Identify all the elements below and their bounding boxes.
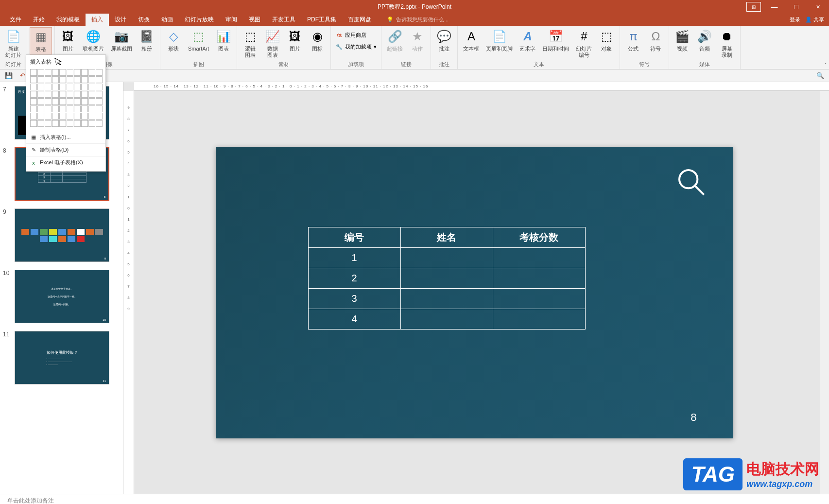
grid-cell[interactable] [74,69,81,76]
notes-area[interactable]: 单击此处添加备注 [0,494,829,504]
screenshot-button[interactable]: 📷屏幕截图 [108,27,135,53]
chart-button[interactable]: 📊图表 [213,27,234,53]
grid-cell[interactable] [81,69,88,76]
grid-cell[interactable] [30,105,37,112]
display-settings-icon[interactable]: ⊞ [746,2,761,12]
tab-my-templates[interactable]: 我的模板 [51,14,86,26]
grid-cell[interactable] [59,98,66,105]
grid-cell[interactable] [30,91,37,98]
grid-cell[interactable] [67,113,73,120]
login-button[interactable]: 登录 [790,16,800,23]
grid-cell[interactable] [37,105,44,112]
grid-cell[interactable] [88,105,95,112]
grid-cell[interactable] [81,120,88,127]
grid-cell[interactable] [96,91,103,98]
vertical-scrollbar[interactable] [820,91,829,494]
equation-button[interactable]: π公式 [622,27,644,53]
grid-cell[interactable] [96,105,103,112]
minimize-button[interactable]: — [763,0,785,14]
slide-thumb-11[interactable]: 11 如何使用此模板？ • ───────── • ──────────────… [0,327,123,388]
grid-cell[interactable] [45,69,52,76]
grid-cell[interactable] [30,113,37,120]
grid-cell[interactable] [81,84,88,90]
tab-home[interactable]: 开始 [27,14,51,26]
grid-cell[interactable] [74,98,81,105]
picture-button[interactable]: 🖼图片 [57,27,79,53]
grid-cell[interactable] [88,91,95,98]
grid-cell[interactable] [67,98,73,105]
grid-cell[interactable] [96,120,103,127]
qat-zoom-icon[interactable]: 🔍 [816,72,824,79]
grid-cell[interactable] [45,120,52,127]
share-button[interactable]: 👤 共享 [805,16,824,23]
grid-cell[interactable] [81,105,88,112]
grid-cell[interactable] [81,91,88,98]
grid-cell[interactable] [96,84,103,90]
insert-table-item[interactable]: ▦插入表格(I)... [26,131,105,143]
thumbnail-11[interactable]: 如何使用此模板？ • ───────── • ────────────── • … [15,331,109,384]
grid-cell[interactable] [81,98,88,105]
grid-cell[interactable] [59,76,66,83]
grid-cell[interactable] [52,120,59,127]
grid-cell[interactable] [88,69,95,76]
tab-developer[interactable]: 开发工具 [266,14,301,26]
tab-view[interactable]: 视图 [243,14,266,26]
grid-cell[interactable] [96,113,103,120]
slide-canvas[interactable]: 编号 姓名 考核分数 1 2 3 4 8 [216,147,733,438]
tab-slideshow[interactable]: 幻灯片放映 [179,14,220,26]
grid-cell[interactable] [52,113,59,120]
grid-cell[interactable] [74,105,81,112]
symbol-button[interactable]: Ω符号 [645,27,666,53]
grid-cell[interactable] [88,98,95,105]
excel-sheet-item[interactable]: xExcel 电子表格(X) [26,156,105,169]
grid-cell[interactable] [30,98,37,105]
hyperlink-button[interactable]: 🔗超链接 [384,27,406,53]
grid-cell[interactable] [88,120,95,127]
grid-cell[interactable] [45,98,52,105]
grid-cell[interactable] [37,113,44,120]
grid-cell[interactable] [59,91,66,98]
grid-cell[interactable] [59,69,66,76]
grid-cell[interactable] [81,113,88,120]
canvas-wrap[interactable]: 编号 姓名 考核分数 1 2 3 4 8 [134,91,814,494]
qat-undo-icon[interactable]: ↶ [20,72,25,79]
qat-save-icon[interactable]: 💾 [5,72,13,79]
grid-cell[interactable] [81,76,88,83]
table-button[interactable]: ▦ 表格 [30,27,52,54]
grid-cell[interactable] [59,113,66,120]
smartart-button[interactable]: ⬚SmartArt [185,27,212,53]
online-picture-button[interactable]: 🌐联机图片 [80,27,107,53]
draw-table-item[interactable]: ✎绘制表格(D) [26,143,105,156]
slide-number-button[interactable]: #幻灯片 编号 [573,27,595,60]
maximize-button[interactable]: □ [785,0,807,14]
grid-cell[interactable] [37,98,44,105]
grid-cell[interactable] [67,69,73,76]
tab-file[interactable]: 文件 [4,14,27,26]
grid-cell[interactable] [52,76,59,83]
grid-cell[interactable] [59,84,66,90]
grid-cell[interactable] [52,91,59,98]
grid-cell[interactable] [96,98,103,105]
grid-cell[interactable] [67,84,73,90]
grid-cell[interactable] [30,76,37,83]
my-addins-button[interactable]: 🔧我的加载项 ▾ [333,42,379,52]
ruler-horizontal[interactable]: 16 · 15 · 14 · 13 · 12 · 11 · 10 · 9 · 8… [134,82,829,91]
icon-button[interactable]: ◉图标 [307,27,328,53]
grid-cell[interactable] [74,76,81,83]
grid-cell[interactable] [67,76,73,83]
header-footer-button[interactable]: 📄页眉和页脚 [483,27,516,53]
tab-pdf-tools[interactable]: PDF工具集 [301,14,342,26]
thumbnail-9[interactable]: 9 [15,209,109,262]
tab-design[interactable]: 设计 [109,14,132,26]
slide-thumb-10[interactable]: 10 这是纯中文字列表。 这是纯中文字列表不一样。 这是纯中列表。 10 [0,266,123,327]
grid-cell[interactable] [59,120,66,127]
shapes-button[interactable]: ◇形状 [163,27,184,53]
grid-cell[interactable] [74,84,81,90]
close-button[interactable]: × [807,0,829,14]
grid-cell[interactable] [37,76,44,83]
grid-cell[interactable] [45,76,52,83]
grid-cell[interactable] [45,91,52,98]
picture-material-button[interactable]: 🖼图片 [284,27,306,53]
logic-chart-button[interactable]: ⬚逻辑 图表 [240,27,261,60]
wordart-button[interactable]: A艺术字 [517,27,538,53]
